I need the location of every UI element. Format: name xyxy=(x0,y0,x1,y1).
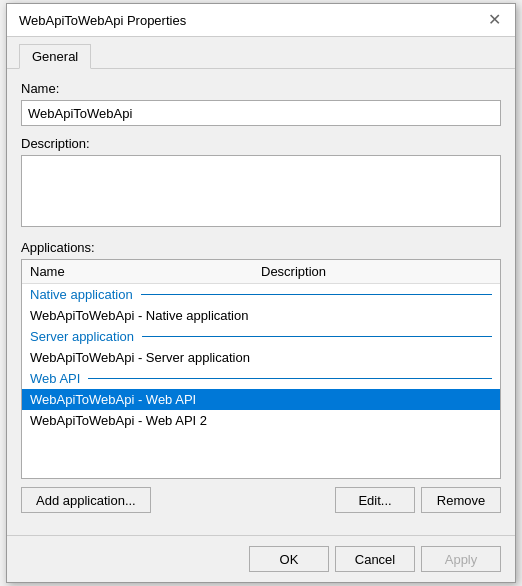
ok-button[interactable]: OK xyxy=(249,546,329,572)
name-label: Name: xyxy=(21,81,501,96)
add-application-button[interactable]: Add application... xyxy=(21,487,151,513)
category-server-application: Server application xyxy=(22,326,500,347)
close-button[interactable]: ✕ xyxy=(486,12,503,28)
app-row-name: WebApiToWebApi - Web API xyxy=(30,392,261,407)
app-row-description xyxy=(261,392,492,407)
list-item[interactable]: WebApiToWebApi - Server application xyxy=(22,347,500,368)
app-action-buttons: Add application... Edit... Remove xyxy=(21,487,501,513)
tab-general[interactable]: General xyxy=(19,44,91,69)
col-header-description: Description xyxy=(261,264,492,279)
description-label: Description: xyxy=(21,136,501,151)
category-webapi-label: Web API xyxy=(30,371,80,386)
list-item[interactable]: WebApiToWebApi - Web API 2 xyxy=(22,410,500,431)
category-native-application: Native application xyxy=(22,284,500,305)
properties-dialog: WebApiToWebApi Properties ✕ General Name… xyxy=(6,3,516,583)
app-row-description xyxy=(261,308,492,323)
title-bar: WebApiToWebApi Properties ✕ xyxy=(7,4,515,37)
remove-button[interactable]: Remove xyxy=(421,487,501,513)
applications-table: Name Description Native application WebA… xyxy=(21,259,501,479)
dialog-title: WebApiToWebApi Properties xyxy=(19,13,186,28)
dialog-footer: OK Cancel Apply xyxy=(7,535,515,582)
name-input[interactable] xyxy=(21,100,501,126)
cancel-button[interactable]: Cancel xyxy=(335,546,415,572)
apply-button[interactable]: Apply xyxy=(421,546,501,572)
app-row-description xyxy=(261,413,492,428)
applications-group: Applications: Name Description Native ap… xyxy=(21,240,501,513)
dialog-content: Name: Description: Applications: Name De… xyxy=(7,69,515,535)
list-item[interactable]: WebApiToWebApi - Web API xyxy=(22,389,500,410)
applications-label: Applications: xyxy=(21,240,501,255)
name-field-group: Name: xyxy=(21,81,501,126)
col-header-name: Name xyxy=(30,264,261,279)
app-row-description xyxy=(261,350,492,365)
category-web-api: Web API xyxy=(22,368,500,389)
category-native-label: Native application xyxy=(30,287,133,302)
app-row-name: WebApiToWebApi - Server application xyxy=(30,350,261,365)
tab-bar: General xyxy=(7,37,515,69)
category-server-label: Server application xyxy=(30,329,134,344)
description-field-group: Description: xyxy=(21,136,501,230)
edit-button[interactable]: Edit... xyxy=(335,487,415,513)
description-input[interactable] xyxy=(21,155,501,227)
app-row-name: WebApiToWebApi - Native application xyxy=(30,308,261,323)
table-header: Name Description xyxy=(22,260,500,284)
list-item[interactable]: WebApiToWebApi - Native application xyxy=(22,305,500,326)
app-row-name: WebApiToWebApi - Web API 2 xyxy=(30,413,261,428)
